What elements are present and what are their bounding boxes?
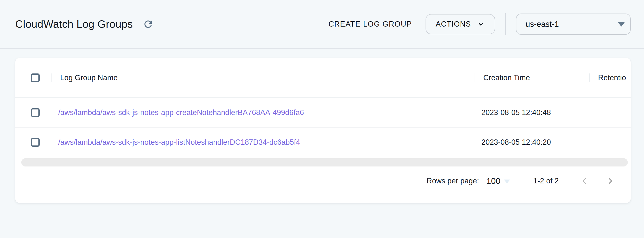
header-actions: CREATE LOG GROUP ACTIONS us-east-1: [322, 13, 631, 35]
log-group-link[interactable]: /aws/lambda/aws-sdk-js-notes-app-createN…: [58, 108, 304, 117]
region-select-value: us-east-1: [526, 20, 559, 29]
table-row: /aws/lambda/aws-sdk-js-notes-app-listNot…: [15, 127, 631, 157]
chevron-down-icon: [477, 20, 485, 28]
log-group-link[interactable]: /aws/lambda/aws-sdk-js-notes-app-listNot…: [58, 138, 300, 146]
column-header-creation-time: Creation Time: [474, 74, 590, 82]
row-checkbox[interactable]: [31, 138, 40, 147]
horizontal-scrollbar[interactable]: [21, 158, 628, 166]
table-row: /aws/lambda/aws-sdk-js-notes-app-createN…: [15, 98, 631, 127]
rows-per-page-label: Rows per page:: [426, 177, 479, 185]
refresh-button[interactable]: [141, 17, 156, 32]
log-groups-card: Log Group Name Creation Time Retentio /a…: [15, 58, 631, 203]
rows-per-page-select[interactable]: 100: [486, 176, 510, 186]
create-log-group-button[interactable]: CREATE LOG GROUP: [322, 15, 418, 33]
select-all-checkbox[interactable]: [31, 74, 40, 82]
header-divider: [505, 13, 506, 35]
next-page-button[interactable]: [604, 174, 617, 188]
actions-menu-button[interactable]: ACTIONS: [426, 14, 495, 34]
chevron-right-icon: [605, 176, 616, 186]
pagination-range-label: 1-2 of 2: [533, 177, 559, 185]
page-header: CloudWatch Log Groups CREATE LOG GROUP A…: [0, 0, 644, 49]
chevron-left-icon: [579, 176, 590, 186]
creation-time-cell: 2023-08-05 12:40:20: [474, 138, 590, 147]
column-header-log-group-name: Log Group Name: [52, 74, 474, 82]
creation-time-cell: 2023-08-05 12:40:48: [474, 108, 590, 117]
pagination-bar: Rows per page: 100 1-2 of 2: [15, 166, 631, 196]
rows-per-page-value: 100: [486, 176, 500, 186]
rows-per-page-arrow-icon: [504, 180, 510, 184]
page-title: CloudWatch Log Groups: [15, 18, 133, 30]
table-header-row: Log Group Name Creation Time Retentio: [15, 58, 631, 98]
select-dropdown-arrow-icon: [618, 22, 625, 26]
refresh-icon: [142, 18, 154, 30]
region-select[interactable]: us-east-1: [516, 14, 631, 35]
row-checkbox[interactable]: [31, 108, 40, 117]
actions-button-label: ACTIONS: [436, 20, 471, 28]
column-header-retention: Retentio: [590, 74, 631, 82]
previous-page-button[interactable]: [578, 174, 591, 188]
